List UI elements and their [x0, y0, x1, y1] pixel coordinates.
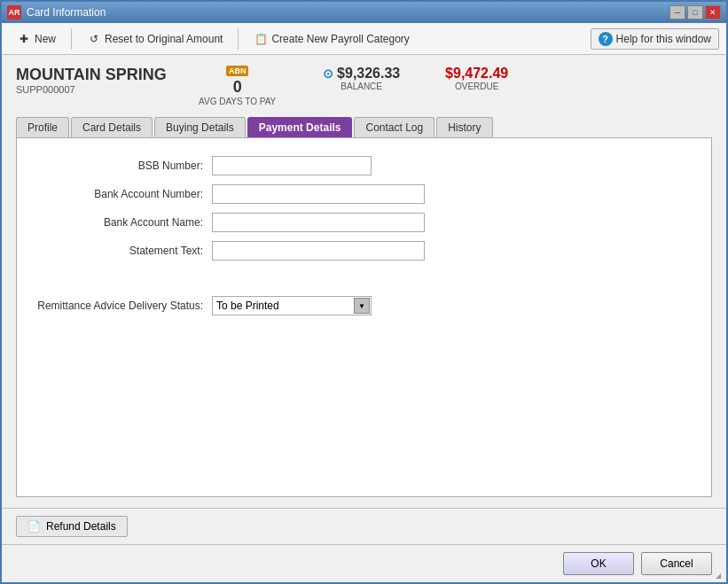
- tab-buying-details[interactable]: Buying Details: [154, 117, 246, 137]
- delivery-section: Remittance Advice Delivery Status: To be…: [35, 296, 693, 315]
- minimize-button[interactable]: ─: [669, 5, 685, 19]
- new-button[interactable]: ✚ New: [9, 28, 64, 50]
- bank-account-name-row: Bank Account Name:: [35, 213, 693, 232]
- tab-history[interactable]: History: [436, 117, 492, 137]
- bank-account-number-label: Bank Account Number:: [35, 188, 212, 200]
- abn-badge: ABN: [226, 66, 249, 76]
- tab-bar: Profile Card Details Buying Details Paym…: [16, 117, 712, 137]
- company-info: MOUNTAIN SPRING SUPP000007: [16, 66, 167, 95]
- title-controls: ─ □ ✕: [669, 5, 721, 19]
- bank-account-name-input[interactable]: [212, 213, 425, 232]
- app-icon: AR: [7, 5, 21, 19]
- bsb-row: BSB Number:: [35, 156, 693, 175]
- delivery-status-label: Remittance Advice Delivery Status:: [35, 300, 212, 312]
- delivery-status-select-wrapper: To be Printed Already Printed Not Applic…: [212, 296, 372, 315]
- bsb-input[interactable]: [212, 156, 372, 175]
- refund-details-button[interactable]: 📄 Refund Details: [16, 516, 128, 537]
- main-window: AR Card Information ─ □ ✕ ✚ New ↺ Reset …: [0, 0, 728, 584]
- bank-account-number-row: Bank Account Number:: [35, 184, 693, 204]
- help-button[interactable]: ? Help for this window: [591, 28, 719, 50]
- overdue-label: OVERDUE: [455, 82, 498, 91]
- overdue-section: $9,472.49 OVERDUE: [433, 66, 521, 91]
- delivery-status-select[interactable]: To be Printed Already Printed Not Applic…: [212, 296, 372, 315]
- balance-arrow-icon: ⊙: [323, 66, 333, 81]
- avg-days-label: AVG DAYS TO PAY: [199, 97, 276, 106]
- refund-label: Refund Details: [46, 520, 116, 533]
- balance-label: BALANCE: [341, 82, 382, 91]
- create-payroll-button[interactable]: 📋 Create New Payroll Category: [246, 28, 417, 50]
- reset-icon: ↺: [87, 32, 101, 46]
- avg-days-section: ABN 0 AVG DAYS TO PAY: [184, 66, 291, 106]
- help-label: Help for this window: [616, 33, 711, 45]
- company-name: MOUNTAIN SPRING: [16, 66, 167, 84]
- tab-contact-log[interactable]: Contact Log: [354, 117, 434, 137]
- footer: OK Cancel ◢: [2, 544, 726, 582]
- cancel-button[interactable]: Cancel: [641, 552, 712, 575]
- toolbar: ✚ New ↺ Reset to Original Amount 📋 Creat…: [2, 23, 726, 55]
- new-label: New: [35, 33, 56, 45]
- tab-payment-details[interactable]: Payment Details: [247, 117, 353, 137]
- bank-account-name-label: Bank Account Name:: [35, 216, 212, 229]
- create-payroll-icon: 📋: [254, 32, 268, 46]
- refund-icon: 📄: [27, 520, 41, 533]
- company-id: SUPP000007: [16, 84, 167, 95]
- close-button[interactable]: ✕: [705, 5, 721, 19]
- delivery-status-row: Remittance Advice Delivery Status: To be…: [35, 296, 693, 315]
- title-bar: AR Card Information ─ □ ✕: [2, 2, 726, 23]
- window-title: Card Information: [27, 6, 106, 19]
- bank-account-number-input[interactable]: [212, 184, 425, 204]
- toolbar-separator-1: [71, 28, 72, 50]
- bank-details-form: BSB Number: Bank Account Number: Bank Ac…: [35, 156, 693, 261]
- ok-button[interactable]: OK: [563, 552, 634, 575]
- balance-section: ⊙ $9,326.33 BALANCE: [309, 66, 415, 91]
- maximize-button[interactable]: □: [687, 5, 703, 19]
- content-area: MOUNTAIN SPRING SUPP000007 ABN 0 AVG DAY…: [2, 55, 726, 508]
- bsb-label: BSB Number:: [35, 160, 212, 172]
- reset-label: Reset to Original Amount: [105, 33, 223, 45]
- toolbar-separator-2: [238, 28, 239, 50]
- new-icon: ✚: [17, 32, 31, 46]
- statement-text-input[interactable]: [212, 241, 425, 261]
- tab-profile[interactable]: Profile: [16, 117, 69, 137]
- balance-value: ⊙ $9,326.33: [323, 66, 400, 82]
- help-icon: ?: [599, 32, 613, 46]
- avg-days-value: 0: [233, 78, 242, 97]
- reset-button[interactable]: ↺ Reset to Original Amount: [79, 28, 231, 50]
- create-payroll-label: Create New Payroll Category: [271, 33, 409, 45]
- overdue-value: $9,472.49: [445, 66, 508, 82]
- tab-card-details[interactable]: Card Details: [71, 117, 153, 137]
- resize-handle[interactable]: ◢: [716, 572, 724, 580]
- statement-text-label: Statement Text:: [35, 245, 212, 257]
- statement-text-row: Statement Text:: [35, 241, 693, 261]
- bottom-section: 📄 Refund Details: [2, 508, 726, 544]
- header-section: MOUNTAIN SPRING SUPP000007 ABN 0 AVG DAY…: [16, 66, 712, 106]
- title-bar-left: AR Card Information: [7, 5, 106, 19]
- tab-content-payment-details: BSB Number: Bank Account Number: Bank Ac…: [16, 137, 712, 497]
